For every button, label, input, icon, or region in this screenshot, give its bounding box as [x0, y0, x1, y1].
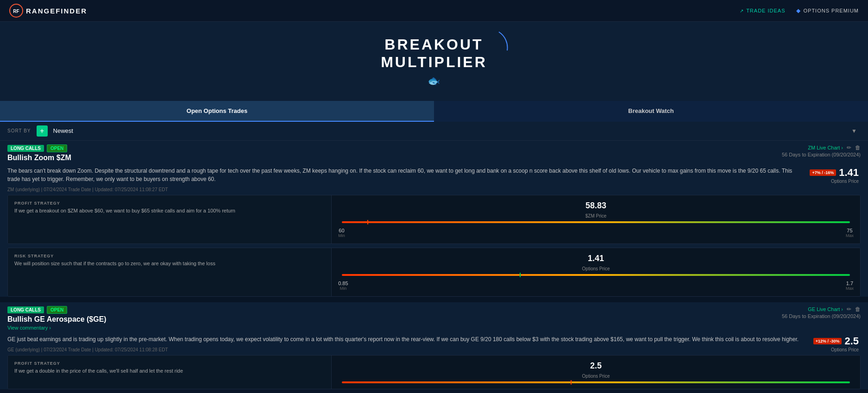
ge-profit-strategy-right: 2.5 Options Price [332, 356, 860, 389]
toolbar: SORT BY + Newest ▼ [0, 122, 868, 141]
trade-ge-price-section: +12% / -30% 2.5 Options Price [813, 335, 861, 352]
trade-zm-title: Bullish Zoom $ZM [7, 154, 71, 162]
ge-price-change: +12% / -30% [816, 339, 840, 343]
nav-trade-ideas[interactable]: ↗ TRADE IDEAS [740, 8, 785, 13]
trade-zm-risk-strategy: RISK STRATEGY We will position size such… [7, 248, 861, 297]
hero-circle: BREAKOUT MULTIPLIER 🐟 [381, 36, 487, 87]
trade-ge-profit-strategy: PROFIT STRATEGY If we get a double in th… [7, 355, 861, 389]
ge-delete-icon[interactable]: 🗑 [855, 306, 861, 312]
trade-zm-price-value: 1.41 [839, 167, 859, 179]
tab-breakout-watch[interactable]: Breakout Watch [434, 101, 868, 122]
header: RF RANGEFINDER ↗ TRADE IDEAS ◆ OPTIONS P… [0, 0, 868, 22]
trade-zm-header-actions: ZM Live Chart › ✏ 🗑 [808, 144, 861, 151]
zm-profit-strategy-right: 58.83 $ZM Price 60 Min 75 Max [332, 195, 860, 243]
nav-options-premium[interactable]: ◆ OPTIONS PREMIUM [796, 7, 859, 14]
zm-edit-icon[interactable]: ✏ [847, 144, 851, 151]
sort-value: Newest [53, 127, 73, 134]
badge-open-ge: OPEN [47, 306, 67, 314]
badge-long-calls-ge: LONG CALLS [7, 306, 44, 313]
hero-section: BREAKOUT MULTIPLIER 🐟 [0, 22, 868, 101]
options-premium-diamond-icon: ◆ [796, 7, 801, 14]
trade-ge-body: GE just beat earnings and is trading up … [0, 332, 868, 355]
trade-zm-body: The bears can't break down Zoom. Despite… [0, 164, 868, 195]
zm-profit-current-label: $ZM Price [585, 213, 607, 218]
ge-profit-strategy-left: PROFIT STRATEGY If we get a double in th… [8, 356, 332, 389]
ge-profit-range-container [338, 381, 854, 383]
badge-long-calls-zm: LONG CALLS [7, 145, 44, 152]
trade-ge-header-actions: GE Live Chart › ✏ 🗑 [808, 306, 861, 312]
trade-ge-text: GE just beat earnings and is trading up … [7, 335, 813, 352]
nav-trade-ideas-label: TRADE IDEAS [746, 8, 785, 13]
zm-risk-strategy-right: 1.41 Options Price 0.85 Min 1.7 Max [332, 248, 860, 296]
zm-price-change: +7% / -16% [812, 170, 834, 175]
zm-risk-range-indicator [520, 273, 521, 277]
trade-card-ge-header: LONG CALLS OPEN Bullish GE Aerospace ($G… [0, 302, 868, 332]
logo-text: RANGEFINDER [26, 7, 87, 15]
zm-profit-range-bar [342, 221, 850, 223]
zm-risk-strategy-label: RISK STRATEGY [14, 254, 325, 258]
ge-profit-strategy-desc: If we get a double in the price of the c… [14, 368, 325, 374]
zm-profit-range-container [338, 221, 854, 223]
trade-zm-price-label: Options Price [831, 179, 859, 184]
zm-profit-strategy-desc: If we get a breakout on $ZM above $60, w… [14, 207, 325, 214]
add-button[interactable]: + [37, 125, 48, 137]
zm-risk-strategy-desc: We will position size such that if the c… [14, 260, 325, 267]
trade-card-ge: LONG CALLS OPEN Bullish GE Aerospace ($G… [0, 302, 868, 389]
zm-risk-range-minmax: 0.85 Min 1.7 Max [338, 281, 854, 291]
svg-text:RF: RF [13, 9, 19, 14]
zm-risk-strategy-left: RISK STRATEGY We will position size such… [8, 248, 332, 296]
sort-chevron-icon: ▼ [851, 128, 857, 134]
logo-icon: RF [9, 4, 23, 18]
ge-live-chart-link[interactable]: GE Live Chart › [808, 306, 843, 312]
header-nav: ↗ TRADE IDEAS ◆ OPTIONS PREMIUM [740, 7, 859, 14]
zm-profit-range-max: 75 Max [846, 228, 854, 238]
trade-ge-header-right: GE Live Chart › ✏ 🗑 56 Days to Expiratio… [782, 306, 861, 319]
zm-profit-strategy-left: PROFIT STRATEGY If we get a breakout on … [8, 195, 332, 243]
ge-view-commentary-link[interactable]: View commentary › [7, 325, 107, 331]
zm-risk-range-min: 0.85 Min [338, 281, 348, 291]
zm-profit-range-minmax: 60 Min 75 Max [338, 228, 854, 238]
zm-profit-range-min: 60 Min [338, 228, 345, 238]
trade-ge-description: GE just beat earnings and is trading up … [7, 335, 804, 343]
zm-risk-current-value: 1.41 [588, 254, 604, 263]
hero-fish-icon: 🐟 [428, 75, 440, 87]
trade-zm-price-section: +7% / -16% 1.41 Options Price [810, 167, 861, 184]
trade-zm-profit-strategy: PROFIT STRATEGY If we get a breakout on … [7, 195, 861, 244]
zm-profit-current-value: 58.83 [585, 201, 606, 211]
trade-zm-text: The bears can't break down Zoom. Despite… [7, 167, 810, 192]
trade-zm-price-badge: +7% / -16% [810, 169, 836, 176]
trade-ge-badge-row: LONG CALLS OPEN [7, 306, 107, 314]
zm-risk-range-container [338, 274, 854, 276]
logo: RF RANGEFINDER [9, 4, 87, 18]
trade-zm-header-right: ZM Live Chart › ✏ 🗑 56 Days to Expiratio… [782, 144, 861, 157]
ge-profit-current-value: 2.5 [590, 361, 602, 371]
sort-section: SORT BY [7, 128, 31, 133]
zm-live-chart-link[interactable]: ZM Live Chart › [808, 145, 843, 150]
ge-profit-range-bar [342, 381, 850, 383]
tabs: Open Options Trades Breakout Watch [0, 101, 868, 122]
ge-profit-current-label: Options Price [582, 374, 610, 379]
sort-select-wrapper: Newest ▼ [53, 127, 861, 134]
trade-ge-title: Bullish GE Aerospace ($GE) [7, 315, 107, 324]
zm-risk-range-bar [342, 274, 850, 276]
sort-label: SORT BY [7, 128, 31, 133]
ge-edit-icon[interactable]: ✏ [847, 306, 851, 312]
ge-expiry: 56 Days to Expiration (09/20/2024) [782, 313, 861, 319]
badge-open-zm: OPEN [47, 144, 67, 152]
trade-ge-price-badge: +12% / -30% [813, 338, 842, 344]
trade-ge-price-badge-row: +12% / -30% 2.5 [813, 335, 859, 347]
zm-risk-current-label: Options Price [582, 266, 610, 271]
zm-delete-icon[interactable]: 🗑 [855, 144, 861, 151]
trade-zm-badge-row: LONG CALLS OPEN [7, 144, 71, 152]
trade-ideas-arrow-icon: ↗ [740, 8, 744, 13]
tab-open-options[interactable]: Open Options Trades [0, 101, 434, 122]
trade-zm-meta: ZM (underlying) | 07/24/2024 Trade Date … [7, 187, 800, 192]
trade-ge-header-left: LONG CALLS OPEN Bullish GE Aerospace ($G… [7, 306, 107, 331]
main-content: LONG CALLS OPEN Bullish Zoom $ZM ZM Live… [0, 141, 868, 389]
hero-arc-icon [471, 27, 508, 64]
nav-options-premium-label: OPTIONS PREMIUM [803, 8, 859, 13]
ge-profit-range-indicator [571, 380, 572, 385]
zm-expiry: 56 Days to Expiration (09/20/2024) [782, 152, 861, 157]
trade-zm-description: The bears can't break down Zoom. Despite… [7, 167, 800, 183]
zm-profit-range-indicator [367, 220, 368, 225]
